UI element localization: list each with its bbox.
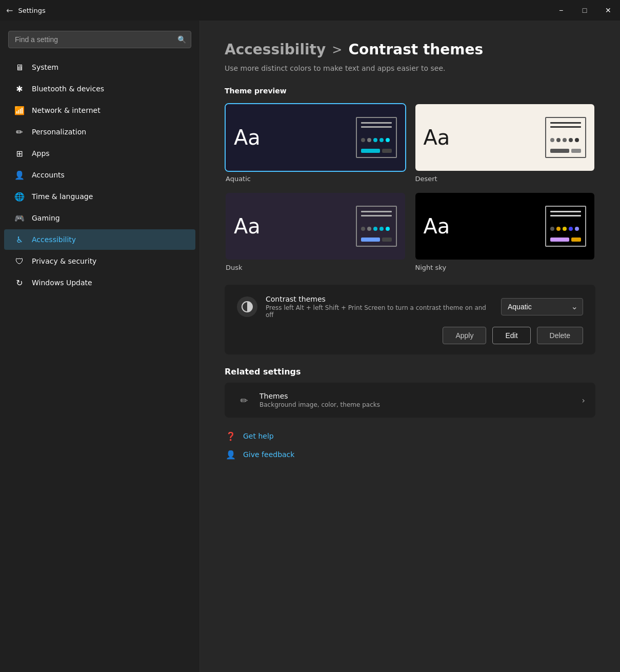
line2: [550, 215, 581, 216]
theme-label-nightsky: Night sky: [414, 261, 596, 272]
dot2: [367, 227, 371, 231]
give-feedback-label: Give feedback: [243, 450, 294, 459]
sidebar-item-update[interactable]: ↻ Windows Update: [4, 272, 195, 293]
give-feedback-icon: 👤: [225, 448, 237, 461]
search-icon: 🔍: [177, 35, 186, 44]
setting-name: Contrast themes: [266, 295, 493, 303]
dot5: [575, 227, 579, 231]
line1: [361, 122, 392, 124]
edit-button[interactable]: Edit: [492, 327, 530, 344]
titlebar-left: ← Settings: [6, 6, 46, 15]
setting-desc: Press left Alt + left Shift + Print Scre…: [266, 304, 493, 319]
dot1: [550, 138, 554, 142]
breadcrumb-current: Contrast themes: [348, 41, 483, 58]
sidebar-item-accounts[interactable]: 👤 Accounts: [4, 165, 195, 185]
dot2: [556, 138, 561, 142]
sidebar-item-label: Bluetooth & devices: [32, 85, 104, 93]
sidebar-item-system[interactable]: 🖥 System: [4, 57, 195, 77]
apply-button[interactable]: Apply: [443, 327, 486, 344]
sidebar-item-accessibility[interactable]: ♿ Accessibility: [4, 229, 195, 250]
sidebar-item-label: Time & language: [32, 192, 93, 201]
apps-icon: ⊞: [14, 148, 25, 159]
bar1: [361, 149, 380, 153]
maximize-button[interactable]: □: [573, 0, 596, 21]
theme-window-nightsky: [545, 206, 586, 247]
related-themes-name: Themes: [259, 392, 582, 400]
dots: [361, 138, 392, 142]
dot1: [361, 227, 365, 231]
sidebar-item-personalization[interactable]: ✏️ Personalization: [4, 122, 195, 142]
dot4: [379, 227, 384, 231]
sidebar-item-label: System: [32, 63, 58, 71]
contrast-themes-card: Contrast themes Press left Alt + left Sh…: [225, 285, 595, 354]
related-item-themes[interactable]: ✏️ Themes Background image, color, theme…: [225, 383, 595, 418]
theme-preview-dusk[interactable]: Aa: [225, 192, 406, 261]
dots: [361, 227, 392, 231]
sidebar-item-privacy[interactable]: 🛡 Privacy & security: [4, 251, 195, 271]
update-icon: ↻: [14, 278, 25, 288]
line1: [550, 122, 581, 124]
personalization-icon: ✏️: [14, 127, 25, 137]
theme-preview-desert[interactable]: Aa: [414, 103, 596, 172]
bottom-links: ❓ Get help 👤 Give feedback: [225, 430, 595, 461]
bar1: [550, 238, 569, 242]
theme-preview-aquatic[interactable]: Aa: [225, 103, 406, 172]
search-container: 🔍: [8, 31, 191, 48]
accounts-icon: 👤: [14, 170, 25, 180]
breadcrumb: Accessibility > Contrast themes: [225, 41, 595, 58]
dots: [550, 227, 581, 231]
bar1: [361, 238, 380, 242]
sidebar-item-gaming[interactable]: 🎮 Gaming: [4, 208, 195, 228]
bar2: [382, 149, 392, 153]
privacy-icon: 🛡: [14, 256, 25, 266]
breadcrumb-parent[interactable]: Accessibility: [225, 41, 326, 58]
minimize-button[interactable]: −: [549, 0, 573, 21]
related-themes-desc: Background image, color, theme packs: [259, 401, 582, 408]
sidebar-item-label: Privacy & security: [32, 257, 96, 265]
action-buttons: Apply Edit Delete: [237, 327, 583, 344]
line1: [550, 211, 581, 212]
bluetooth-icon: ✱: [14, 84, 25, 94]
theme-card-dusk[interactable]: Aa: [225, 192, 406, 272]
titlebar: ← Settings − □ ✕: [0, 0, 620, 21]
sidebar: 🔍 🖥 System ✱ Bluetooth & devices 📶 Netwo…: [0, 21, 200, 672]
theme-grid: Aa: [225, 103, 595, 272]
sidebar-item-label: Gaming: [32, 214, 60, 222]
sidebar-item-bluetooth[interactable]: ✱ Bluetooth & devices: [4, 78, 195, 99]
setting-row: Contrast themes Press left Alt + left Sh…: [237, 295, 583, 319]
theme-label-desert: Desert: [414, 172, 596, 184]
sidebar-item-label: Accounts: [32, 171, 65, 179]
theme-card-nightsky[interactable]: Aa: [414, 192, 596, 272]
delete-button[interactable]: Delete: [537, 327, 583, 344]
sidebar-item-time[interactable]: 🌐 Time & language: [4, 186, 195, 207]
close-button[interactable]: ✕: [596, 0, 620, 21]
line2: [550, 126, 581, 128]
theme-card-aquatic[interactable]: Aa: [225, 103, 406, 184]
sidebar-item-label: Apps: [32, 149, 50, 157]
contrast-icon: [237, 297, 257, 317]
half-circle-icon: [242, 301, 253, 312]
themes-icon: ✏️: [235, 391, 253, 409]
main-layout: 🔍 🖥 System ✱ Bluetooth & devices 📶 Netwo…: [0, 21, 620, 672]
dot3: [563, 138, 567, 142]
sidebar-item-label: Accessibility: [32, 235, 76, 244]
theme-window-aquatic: [356, 117, 397, 158]
theme-dropdown[interactable]: None Aquatic Desert Dusk Night sky: [501, 298, 583, 315]
back-icon[interactable]: ←: [6, 6, 13, 15]
bar1: [550, 149, 569, 153]
dot2: [367, 138, 371, 142]
get-help-link[interactable]: ❓ Get help: [225, 430, 595, 442]
theme-card-desert[interactable]: Aa: [414, 103, 596, 184]
dot3: [373, 227, 377, 231]
titlebar-controls: − □ ✕: [549, 0, 620, 21]
dot2: [556, 227, 561, 231]
accessibility-icon: ♿: [14, 234, 25, 245]
sidebar-item-apps[interactable]: ⊞ Apps: [4, 143, 195, 164]
theme-aa-dusk: Aa: [234, 214, 261, 238]
sidebar-item-network[interactable]: 📶 Network & internet: [4, 100, 195, 121]
search-input[interactable]: [8, 31, 191, 48]
dot1: [361, 138, 365, 142]
theme-preview-nightsky[interactable]: Aa: [414, 192, 596, 261]
give-feedback-link[interactable]: 👤 Give feedback: [225, 448, 595, 461]
dot5: [386, 227, 390, 231]
